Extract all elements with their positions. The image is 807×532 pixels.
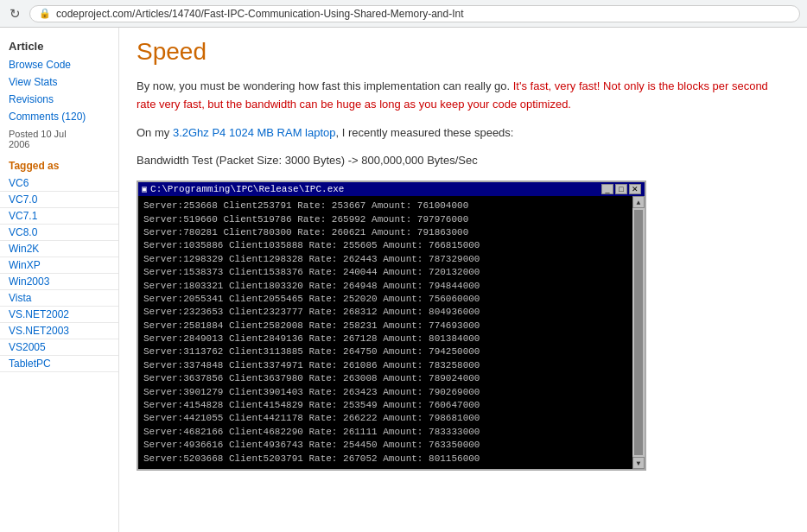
console-line: Server:519660 Client519786 Rate: 265992 … (143, 213, 627, 226)
console-body-wrapper: Server:253668 Client253791 Rate: 253667 … (138, 196, 645, 469)
article-paragraph1: By now, you must be wondering how fast t… (137, 78, 790, 114)
console-line: Server:253668 Client253791 Rate: 253667 … (143, 200, 627, 212)
restore-button[interactable]: □ (615, 184, 627, 194)
sidebar-section-title: Article (0, 35, 118, 56)
console-line: Server:1298329 Client1298328 Rate: 26244… (143, 253, 627, 266)
lock-icon: 🔒 (39, 8, 51, 19)
console-line: Server:2581884 Client2582008 Rate: 25823… (143, 320, 627, 332)
console-body: Server:253668 Client253791 Rate: 253667 … (138, 196, 632, 469)
sidebar-link-comments[interactable]: Comments (120) (0, 108, 118, 125)
console-scroll-up[interactable]: ▲ (632, 196, 645, 208)
console-line: Server:3901279 Client3901403 Rate: 26342… (143, 386, 627, 399)
tags-container: VC6VC7.0VC7.1VC8.0Win2KWinXPWin2003Vista… (0, 175, 118, 372)
browser-bar: ↻ 🔒 codeproject.com/Articles/14740/Fast-… (0, 0, 807, 28)
minimize-button[interactable]: _ (601, 184, 613, 194)
console-line: Server:4682166 Client4682290 Rate: 26111… (143, 426, 627, 439)
console-line: Server:1803321 Client1803320 Rate: 26494… (143, 280, 627, 293)
console-title-text: C:\Programming\IPC\Release\IPC.exe (150, 184, 344, 194)
console-line: Server:4421055 Client4421178 Rate: 26622… (143, 412, 627, 425)
sidebar: Article Browse Code View Stats Revisions… (0, 28, 119, 532)
sidebar-tagged-label: Tagged as (0, 153, 118, 175)
sidebar-tag-tabletpc[interactable]: TabletPC (0, 356, 118, 372)
main-content: Speed By now, you must be wondering how … (119, 28, 807, 532)
console-title-buttons: _ □ ✕ (601, 184, 641, 194)
console-app-icon: ▣ (142, 184, 147, 194)
page-layout: Article Browse Code View Stats Revisions… (0, 28, 807, 532)
console-scroll-down[interactable]: ▼ (632, 457, 645, 469)
laptop-link[interactable]: 3.2Ghz P4 1024 MB RAM laptop (173, 126, 336, 139)
sidebar-tag-vsnet2002[interactable]: VS.NET2002 (0, 307, 118, 323)
console-scrollbar: ▲ ▼ (632, 196, 645, 469)
sidebar-link-browse-code[interactable]: Browse Code (0, 56, 118, 73)
console-scroll-thumb (634, 210, 643, 455)
console-title-left: ▣ C:\Programming\IPC\Release\IPC.exe (142, 184, 344, 194)
console-window: ▣ C:\Programming\IPC\Release\IPC.exe _ □… (137, 180, 646, 471)
console-line: Server:3374848 Client3374971 Rate: 26108… (143, 359, 627, 372)
console-title-bar: ▣ C:\Programming\IPC\Release\IPC.exe _ □… (138, 182, 645, 196)
sidebar-tag-winxp[interactable]: WinXP (0, 257, 118, 274)
console-line: Server:3637856 Client3637980 Rate: 26300… (143, 372, 627, 385)
refresh-button[interactable]: ↻ (7, 6, 22, 22)
sidebar-tag-vsnet2003[interactable]: VS.NET2003 (0, 323, 118, 339)
console-line: Server:780281 Client780300 Rate: 260621 … (143, 226, 627, 239)
console-line: Server:4936616 Client4936743 Rate: 25445… (143, 439, 627, 452)
console-line: Server:1538373 Client1538376 Rate: 24004… (143, 266, 627, 279)
sidebar-link-view-stats[interactable]: View Stats (0, 73, 118, 91)
article-paragraph2: On my 3.2Ghz P4 1024 MB RAM laptop, I re… (137, 124, 790, 142)
url-text: codeproject.com/Articles/14740/Fast-IPC-… (56, 8, 464, 20)
article-heading: Speed (137, 38, 790, 66)
sidebar-posted: Posted 10 Jul2006 (0, 125, 118, 153)
sidebar-tag-vs2005[interactable]: VS2005 (0, 339, 118, 356)
address-bar[interactable]: 🔒 codeproject.com/Articles/14740/Fast-IP… (29, 5, 800, 22)
sidebar-tag-vista[interactable]: Vista (0, 290, 118, 307)
console-line: Server:4154828 Client4154829 Rate: 25354… (143, 399, 627, 412)
sidebar-tag-win2003[interactable]: Win2003 (0, 274, 118, 290)
sidebar-tag-vc6[interactable]: VC6 (0, 175, 118, 192)
refresh-icon: ↻ (10, 6, 21, 22)
console-line: Server:2849013 Client2849136 Rate: 26712… (143, 332, 627, 345)
console-line: Server:1035886 Client1035888 Rate: 25560… (143, 239, 627, 252)
bandwidth-label: Bandwidth Test (Packet Size: 3000 Bytes)… (137, 152, 790, 170)
console-line: Server:3113762 Client3113885 Rate: 26475… (143, 345, 627, 358)
console-line: Server:2055341 Client2055465 Rate: 25202… (143, 293, 627, 306)
close-button[interactable]: ✕ (629, 184, 641, 194)
article-body: By now, you must be wondering how fast t… (137, 78, 790, 170)
sidebar-tag-vc71[interactable]: VC7.1 (0, 208, 118, 225)
sidebar-tag-win2k[interactable]: Win2K (0, 241, 118, 257)
highlight-text: It's fast, very fast! Not only is the bl… (137, 79, 768, 111)
console-line: Server:2323653 Client2323777 Rate: 26831… (143, 306, 627, 319)
console-line: Server:5203668 Client5203791 Rate: 26705… (143, 453, 627, 466)
sidebar-tag-vc70[interactable]: VC7.0 (0, 192, 118, 208)
sidebar-link-revisions[interactable]: Revisions (0, 91, 118, 108)
sidebar-tag-vc80[interactable]: VC8.0 (0, 225, 118, 241)
